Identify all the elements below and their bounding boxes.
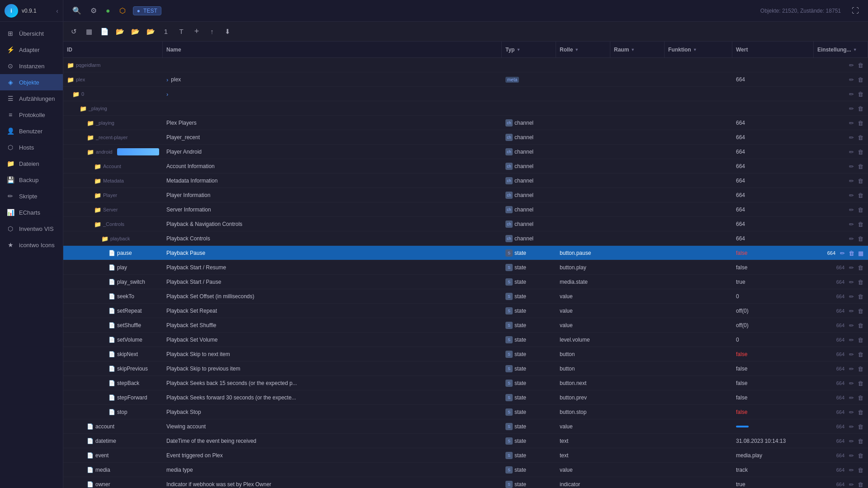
table-row[interactable]: 📄 media media type S state value track 6… [63,463,868,477]
table-row[interactable]: 📄 setShuffle Playback Set Shuffle S stat… [63,318,868,333]
col-rolle[interactable]: Rolle ▼ [556,42,610,57]
table-row[interactable]: 📁 android Player Android ch channel 664 … [63,145,868,159]
edit-icon[interactable]: ✏ [848,365,855,373]
search-icon[interactable]: 🔍 [71,5,83,17]
edit-icon[interactable]: ✏ [848,206,855,214]
delete-icon[interactable]: 🗑 [857,148,864,156]
delete-icon[interactable]: 🗑 [857,321,864,330]
table-row[interactable]: 📁 pqgeidlarm ✏ 🗑 [63,58,868,72]
table-row[interactable]: 📄 skipPrevious Playback Skip to previous… [63,361,868,376]
delete-icon[interactable]: 🗑 [857,278,864,286]
delete-icon[interactable]: 🗑 [857,292,864,301]
table-row[interactable]: 📄 play_switch Playback Start / Pause S s… [63,275,868,289]
edit-icon[interactable]: ✏ [848,480,855,488]
delete-icon[interactable]: 🗑 [857,162,864,171]
delete-icon[interactable]: 🗑 [857,451,864,460]
edit-icon[interactable]: ✏ [848,235,855,243]
table-row[interactable]: 📁 Player Player Information ch channel 6… [63,188,868,202]
edit-icon[interactable]: ✏ [848,148,855,156]
delete-icon[interactable]: 🗑 [857,437,864,446]
sidebar-item-backup[interactable]: 💾 Backup [0,172,63,188]
delete-icon[interactable]: 🗑 [857,480,864,488]
table-row[interactable]: 📄 stepBack Playback Seeks back 15 second… [63,376,868,390]
text-button[interactable]: T [175,25,188,38]
sidebar-item-objekte[interactable]: ◈ Objekte [0,74,63,90]
delete-icon[interactable]: 🗑 [857,336,864,344]
col-name[interactable]: Name [163,42,502,57]
edit-icon[interactable]: ✏ [848,191,855,200]
settings-icon[interactable]: ⚙ [89,5,99,17]
table-row[interactable]: 📄 owner Indicator if webhook was set by … [63,477,868,488]
sidebar-item-icontwo[interactable]: ★ icontwo Icons [0,237,63,253]
sidebar-toggle[interactable]: ‹ [56,7,58,14]
col-id[interactable]: ID [63,42,163,57]
edit-icon[interactable]: ✏ [848,104,855,113]
table-row[interactable]: 📁 _playing Plex Players ch channel 664 ✏… [63,116,868,130]
edit-icon[interactable]: ✏ [848,177,855,185]
edit-icon[interactable]: ✏ [848,292,855,301]
delete-icon[interactable]: 🗑 [857,177,864,185]
instance-badge[interactable]: ● TEST [133,6,161,15]
table-row[interactable]: 📄 stop Playback Stop S state button.stop… [63,405,868,419]
edit-icon[interactable]: ✏ [848,336,855,344]
delete-icon[interactable]: 🗑 [857,365,864,373]
edit-icon[interactable]: ✏ [848,466,855,474]
edit-icon[interactable]: ✏ [848,321,855,330]
col-raum[interactable]: Raum ▼ [610,42,665,57]
sidebar-logo[interactable]: i v0.9.1 ‹ [0,0,63,22]
delete-icon[interactable]: 🗑 [857,75,864,84]
delete-icon[interactable]: 🗑 [857,104,864,113]
table-row[interactable]: 📁 0 › ✏ 🗑 [63,87,868,101]
edit-icon[interactable]: ✏ [848,263,855,272]
table-row[interactable]: 📁 _Controls Playback & Navigation Contro… [63,217,868,231]
sidebar-item-uebersicht[interactable]: ⊞ Übersicht [0,25,63,42]
status-orange-icon[interactable]: ⬡ [118,5,127,17]
add-button[interactable]: + [190,25,203,38]
table-row[interactable]: 📁 plex › plex meta 664 ✏ 🗑 [63,72,868,87]
col-wert[interactable]: Wert [732,42,814,57]
edit-icon[interactable]: ✏ [848,451,855,460]
table-row[interactable]: 📁 _playing ✏ 🗑 [63,101,868,116]
delete-icon[interactable]: 🗑 [848,249,855,258]
sidebar-item-echarts[interactable]: 📊 ECharts [0,204,63,221]
delete-icon[interactable]: 🗑 [857,422,864,431]
table-row[interactable]: 📁 _recent-player Player_recent ch channe… [63,130,868,145]
delete-icon[interactable]: 🗑 [857,90,864,99]
sidebar-item-inventwo[interactable]: ⬡ Inventwo VIS [0,221,63,237]
fullscreen-icon[interactable]: ⛶ [850,5,861,17]
table-row[interactable]: 📄 setVolume Playback Set Volume S state … [63,333,868,347]
delete-icon[interactable]: 🗑 [857,307,864,315]
sidebar-item-benutzer[interactable]: 👤 Benutzer [0,123,63,139]
folder-button[interactable]: 📂 [144,25,157,38]
edit-icon[interactable]: ✏ [848,61,855,70]
delete-icon[interactable]: 🗑 [857,206,864,214]
table-row[interactable]: 📄 event Event triggered on Plex S state … [63,448,868,463]
table-row[interactable]: 📄 datetime DateTime of the event being r… [63,434,868,448]
sidebar-item-dateien[interactable]: 📁 Dateien [0,155,63,172]
col-einstellung[interactable]: Einstellung... ▼ [814,42,868,57]
col-funktion[interactable]: Funktion ▼ [665,42,732,57]
edit-icon[interactable]: ✏ [848,394,855,402]
table-row[interactable]: 📄 account Viewing account S state value … [63,419,868,434]
delete-icon[interactable]: 🗑 [857,394,864,402]
table-row[interactable]: 📁 playback Playback Controls ch channel … [63,231,868,246]
view-list-button[interactable]: 📄 [98,25,111,38]
delete-icon[interactable]: 🗑 [857,133,864,142]
sidebar-item-protokolle[interactable]: ≡ Protokolle [0,107,63,123]
edit-icon[interactable]: ✏ [848,350,855,359]
delete-icon[interactable]: 🗑 [857,119,864,127]
sidebar-item-adapter[interactable]: ⚡ Adapter [0,42,63,58]
edit-icon[interactable]: ✏ [839,249,846,258]
sidebar-item-hosts[interactable]: ⬡ Hosts [0,139,63,155]
expand-button[interactable]: 📂 [113,25,127,38]
edit-icon[interactable]: ✏ [848,90,855,99]
edit-icon[interactable]: ✏ [848,408,855,417]
status-green-icon[interactable]: ● [104,5,112,17]
edit-icon[interactable]: ✏ [848,379,855,388]
sidebar-item-instanzen[interactable]: ⊙ Instanzen [0,58,63,74]
edit-icon[interactable]: ✏ [848,437,855,446]
sidebar-item-aufzaehlungen[interactable]: ☰ Aufzählungen [0,90,63,107]
edit-icon[interactable]: ✏ [848,119,855,127]
delete-icon[interactable]: 🗑 [857,263,864,272]
delete-icon[interactable]: 🗑 [857,466,864,474]
